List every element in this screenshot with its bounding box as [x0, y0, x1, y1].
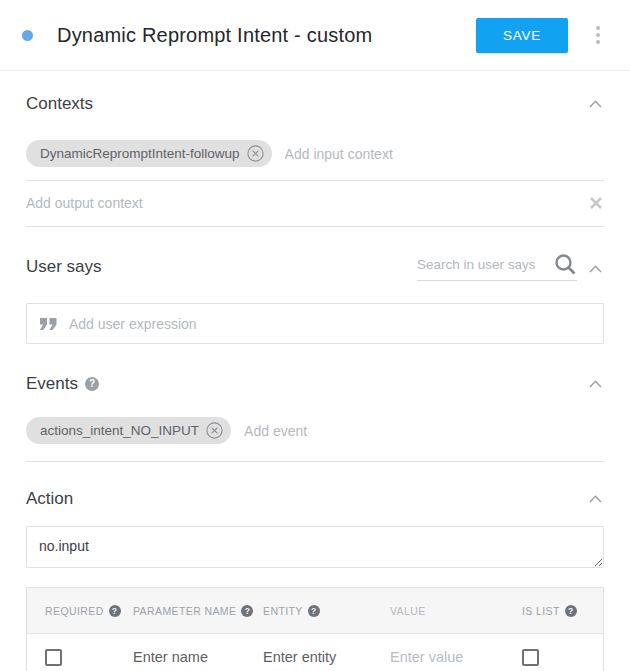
add-event-input[interactable] — [244, 423, 604, 439]
intent-form: Contexts DynamicRepromptIntent-followup … — [0, 94, 630, 671]
events-heading: Events — [26, 374, 78, 394]
is-list-help-icon[interactable]: ? — [565, 605, 577, 617]
event-chip-label: actions_intent_NO_INPUT — [40, 423, 199, 438]
add-output-context-input[interactable] — [26, 195, 588, 211]
more-options-icon[interactable] — [592, 22, 604, 48]
events-help-icon[interactable]: ? — [85, 377, 99, 391]
intent-header: Dynamic Reprompt Intent - custom SAVE — [0, 0, 630, 71]
user-says-heading: User says — [26, 257, 102, 277]
column-required: REQUIRED ? — [45, 605, 133, 617]
user-says-collapse-chevron-up-icon[interactable] — [587, 263, 604, 281]
quote-icon — [39, 317, 58, 331]
intent-priority-dot[interactable] — [22, 30, 33, 41]
parameter-name-cell — [133, 648, 263, 666]
user-expression-row — [26, 303, 604, 344]
contexts-heading: Contexts — [26, 94, 93, 114]
parameter-row — [27, 633, 603, 671]
add-user-expression-input[interactable] — [69, 316, 591, 332]
parameters-table: REQUIRED ? PARAMETER NAME ? ENTITY ? VAL… — [26, 587, 604, 671]
action-collapse-chevron-up-icon[interactable] — [587, 493, 604, 505]
contexts-collapse-chevron-up-icon[interactable] — [587, 98, 604, 110]
remove-event-icon[interactable] — [206, 422, 223, 439]
action-section-header: Action — [26, 489, 604, 509]
required-checkbox[interactable] — [45, 649, 62, 666]
contexts-section-header: Contexts — [26, 94, 604, 114]
events-collapse-chevron-up-icon[interactable] — [587, 378, 604, 390]
events-row: actions_intent_NO_INPUT — [26, 417, 604, 462]
column-value: VALUE — [390, 605, 522, 617]
parameter-name-input[interactable] — [133, 649, 245, 665]
search-icon[interactable] — [554, 253, 577, 276]
input-context-row: DynamicRepromptIntent-followup — [26, 140, 604, 181]
column-parameter-name: PARAMETER NAME ? — [133, 605, 263, 617]
save-button[interactable]: SAVE — [476, 18, 568, 53]
remove-input-context-icon[interactable] — [247, 145, 264, 162]
is-list-cell — [522, 649, 603, 666]
input-context-chip[interactable]: DynamicRepromptIntent-followup — [26, 140, 272, 167]
search-user-says-field[interactable] — [417, 253, 577, 281]
is-list-checkbox[interactable] — [522, 649, 539, 666]
entity-help-icon[interactable]: ? — [308, 605, 320, 617]
entity-cell — [263, 648, 390, 666]
user-says-search-area — [417, 253, 604, 281]
entity-input[interactable] — [263, 649, 375, 665]
events-section-header: Events ? — [26, 374, 604, 394]
search-user-says-input[interactable] — [417, 257, 554, 272]
user-says-section-header: User says — [26, 253, 604, 281]
action-heading: Action — [26, 489, 73, 509]
clear-contexts-icon[interactable] — [588, 195, 604, 211]
column-entity: ENTITY ? — [263, 605, 390, 617]
value-input[interactable] — [390, 649, 502, 665]
required-cell — [45, 649, 133, 666]
action-name-textarea[interactable]: no.input — [26, 526, 604, 568]
input-context-chip-label: DynamicRepromptIntent-followup — [40, 146, 240, 161]
required-help-icon[interactable]: ? — [109, 605, 121, 617]
add-input-context-input[interactable] — [285, 146, 604, 162]
intent-title: Dynamic Reprompt Intent - custom — [57, 24, 476, 47]
column-is-list: IS LIST ? — [522, 605, 603, 617]
output-context-row — [26, 181, 604, 227]
parameters-table-header: REQUIRED ? PARAMETER NAME ? ENTITY ? VAL… — [27, 588, 603, 633]
event-chip[interactable]: actions_intent_NO_INPUT — [26, 417, 231, 444]
parameter-name-help-icon[interactable]: ? — [241, 605, 253, 617]
value-cell — [390, 648, 522, 666]
